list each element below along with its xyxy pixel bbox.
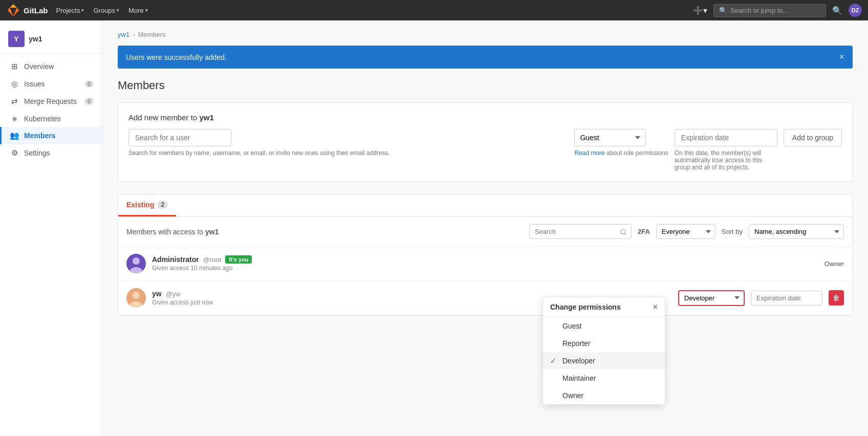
sidebar-item-label: Issues [24,80,45,88]
breadcrumb-parent[interactable]: yw1 [118,31,129,38]
members-section: Existing 2 Members with access to yw1 2F… [118,194,853,316]
breadcrumb: yw1 › Members [118,31,853,38]
everyone-select[interactable]: Everyone 2FA enabled 2FA disabled [656,224,715,239]
nav-more[interactable]: More ▾ [124,5,152,16]
breadcrumb-separator: › [133,31,135,38]
svg-point-1 [133,257,140,265]
sidebar-item-settings[interactable]: ⚙ Settings [0,144,102,162]
sidebar-item-label: Kubernetes [24,115,61,123]
member-role-badge: Owner [824,260,844,268]
permissions-option-maintainer[interactable]: Maintainer [543,369,665,387]
breadcrumb-current: Members [138,31,165,38]
sidebar-item-label: Members [24,132,55,140]
members-access-title: Members with access to yw1 [126,228,219,236]
permissions-option-developer[interactable]: ✓ Developer [543,352,665,369]
role-helper-text: Read more about role permissions [574,149,668,157]
sidebar-item-issues[interactable]: ◎ Issues 0 [0,75,102,93]
topnav-right: ➕▾ 🔍 Search or jump to... 🔍 DZ [691,4,862,17]
search-placeholder: Search or jump to... [730,7,788,14]
kubernetes-icon: ⎈ [10,114,19,123]
twofa-label: 2FA [638,228,650,235]
settings-icon: ⚙ [10,148,19,158]
read-more-link[interactable]: Read more [574,149,604,157]
tab-existing[interactable]: Existing 2 [118,194,176,216]
tab-count: 2 [157,201,168,209]
search-user-input[interactable] [128,129,231,146]
alert-message: Users were successfully added. [126,53,227,61]
members-tabs: Existing 2 [118,194,852,217]
chevron-down-icon: ▾ [145,8,148,13]
sidebar: Y yw1 ⊞ Overview ◎ Issues 0 ⇄ Merge Requ… [0,20,102,436]
member-name: Administrator @root It's you [152,255,818,264]
sidebar-item-merge-requests[interactable]: ⇄ Merge Requests 0 [0,93,102,110]
success-alert: Users were successfully added. × [118,46,853,69]
member-expiry-input[interactable] [751,291,822,306]
overview-icon: ⊞ [10,62,19,71]
sidebar-item-kubernetes[interactable]: ⎈ Kubernetes [0,110,102,127]
sidebar-item-members[interactable]: 👥 Members [0,127,102,144]
members-filter-row: Members with access to yw1 2FA Everyone … [118,217,852,247]
expiry-helper-text: On this date, the member(s) will automat… [675,149,777,171]
new-item-button[interactable]: ➕▾ [691,4,709,17]
merge-requests-badge: 0 [84,98,94,105]
alert-close-button[interactable]: × [839,52,844,62]
permissions-header: Change permissions × [543,297,665,317]
check-icon [550,339,558,347]
add-member-row: Search for members by name, username, or… [128,129,842,171]
add-member-section: Add new member to yw1 Search for members… [118,102,853,182]
sidebar-group-header: Y yw1 [0,27,102,54]
avatar [126,288,146,308]
member-info: Administrator @root It's you Given acces… [152,255,818,272]
sort-select[interactable]: Name, ascending Name, descending Access … [749,224,844,239]
table-row: yw @yw Given access just now Guest Repor… [118,281,852,315]
member-delete-button[interactable]: 🗑 [829,290,844,306]
topnav-links: Projects ▾ Groups ▾ More ▾ [52,5,152,16]
gitlab-logo[interactable]: GitLab [6,3,48,17]
sidebar-group-name: yw1 [29,35,42,43]
topnav: GitLab Projects ▾ Groups ▾ More ▾ ➕▾ 🔍 S… [0,0,868,20]
table-row: Administrator @root It's you Given acces… [118,247,852,281]
user-avatar[interactable]: DZ [849,4,862,17]
role-select[interactable]: Guest Reporter Developer Maintainer Owne… [574,129,646,146]
check-icon [550,374,558,382]
sidebar-item-label: Overview [24,62,54,71]
search-button[interactable]: 🔍 [830,4,844,17]
search-helper-text: Search for members by name, username, or… [128,149,568,157]
nav-groups[interactable]: Groups ▾ [89,5,123,16]
sidebar-item-overview[interactable]: ⊞ Overview [0,58,102,75]
global-search-bar[interactable]: 🔍 Search or jump to... [713,4,826,17]
members-search-input[interactable] [529,224,632,239]
check-icon [550,391,558,400]
permissions-option-reporter[interactable]: Reporter [543,335,665,352]
main-content: yw1 › Members Users were successfully ad… [102,20,868,436]
issues-badge: 0 [84,80,94,88]
merge-requests-icon: ⇄ [10,97,19,106]
nav-projects[interactable]: Projects ▾ [52,5,89,16]
add-member-title: Add new member to yw1 [128,113,842,122]
permissions-option-guest[interactable]: Guest [543,317,665,335]
check-icon [550,322,558,330]
permissions-title: Change permissions [550,303,621,311]
sidebar-item-label: Merge Requests [24,97,77,105]
chevron-down-icon: ▾ [81,8,84,13]
permissions-close-button[interactable]: × [653,302,658,312]
sort-label: Sort by [722,228,743,235]
search-icon: 🔍 [719,7,727,14]
member-access-time: Given access 10 minutes ago [152,265,818,272]
group-avatar: Y [8,31,25,47]
its-you-badge: It's you [225,255,252,264]
sidebar-item-label: Settings [24,149,50,157]
members-icon: 👥 [10,131,19,140]
avatar [126,254,146,273]
chevron-down-icon: ▾ [117,8,119,13]
issues-icon: ◎ [10,79,19,89]
member-role-select[interactable]: Guest Reporter Developer Maintainer Owne… [678,290,745,306]
expiry-date-input[interactable] [675,129,777,146]
svg-point-4 [133,292,140,299]
permissions-option-owner[interactable]: Owner [543,387,665,404]
permissions-dropdown: Change permissions × Guest Reporter ✓ De… [542,297,665,405]
gitlab-wordmark: GitLab [24,6,48,15]
check-icon: ✓ [550,357,558,365]
add-to-group-button[interactable]: Add to group [784,129,842,146]
page-title: Members [118,79,853,92]
